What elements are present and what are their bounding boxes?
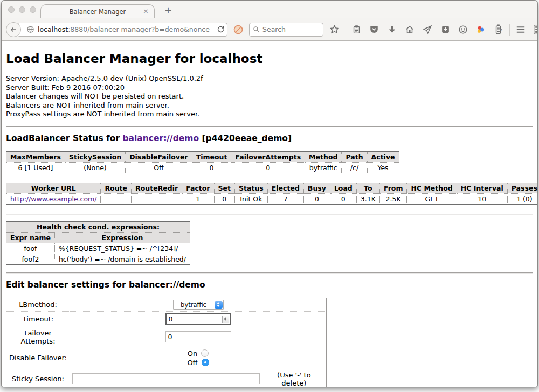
cell-expression: %{REQUEST_STATUS} =~ /^[234]/ xyxy=(54,243,190,254)
toolbar-divider xyxy=(345,24,345,36)
reload-icon[interactable] xyxy=(217,25,225,33)
col-timeout: Timeout xyxy=(192,151,231,162)
grid-icon xyxy=(533,24,538,35)
cell-elected: 7 xyxy=(267,193,303,204)
table-row: foof %{REQUEST_STATUS} =~ /^[234]/ xyxy=(6,243,190,254)
col-status: Status xyxy=(235,183,268,193)
menu-button[interactable] xyxy=(514,23,528,37)
cell-failoverattempts: 0 xyxy=(231,162,305,173)
extension-import-button[interactable] xyxy=(438,23,452,37)
tab-balancer-manager[interactable]: Balancer Manager × xyxy=(40,4,155,18)
select-stepper-icon xyxy=(215,301,223,309)
cell-hc-interval: 10 xyxy=(457,193,507,204)
tab-close-icon[interactable]: × xyxy=(143,7,149,15)
url-path: :8880/balancer-manager?b=demo&nonce=decc… xyxy=(68,25,210,33)
table-header-row: Worker URL Route RouteRedir Factor Set S… xyxy=(6,183,538,193)
number-spinner-icon[interactable] xyxy=(222,316,229,323)
url-text[interactable]: localhost:8880/balancer-manager?b=demo&n… xyxy=(38,25,210,33)
col-route: Route xyxy=(101,183,132,193)
col-stickysession: StickySession xyxy=(65,151,125,162)
balancer-demo-link[interactable]: balancer://demo xyxy=(122,134,199,143)
toolbar-divider-2 xyxy=(509,24,510,36)
block-icon xyxy=(233,24,244,35)
cell-active: Yes xyxy=(367,162,399,173)
chevron-down-icon: ▾ xyxy=(500,27,502,32)
sticky-session-label: Sticky Session: xyxy=(6,369,70,387)
url-bar[interactable]: localhost:8880/balancer-manager?b=demo&n… xyxy=(17,23,227,37)
table-title-row: Health check cond. expressions: xyxy=(6,221,190,232)
form-row-lbmethod: LBmethod: bytraffic xyxy=(6,298,327,311)
downloads-button[interactable] xyxy=(385,23,399,37)
navigation-toolbar: localhost:8880/balancer-manager?b=demo&n… xyxy=(2,18,537,41)
import-icon xyxy=(441,25,450,34)
failover-attempts-label: Failover Attempts: xyxy=(6,327,70,347)
sticky-session-input[interactable] xyxy=(72,373,260,384)
chat-icon xyxy=(458,25,468,34)
divider xyxy=(6,272,533,274)
reading-list-button[interactable] xyxy=(349,23,363,37)
pocket-icon xyxy=(369,25,379,34)
table-row: foof2 hc('body') =~ /domain is establish… xyxy=(6,254,190,264)
menu-icon xyxy=(515,25,526,34)
browser-window: Balancer Manager × + localhost:8880/bala… xyxy=(1,0,538,387)
col-busy: Busy xyxy=(303,183,330,193)
lbmethod-select[interactable]: bytraffic xyxy=(173,300,224,310)
content-blocker-button[interactable] xyxy=(231,23,245,37)
bookmark-star-button[interactable] xyxy=(327,23,341,37)
form-row-disable-failover: Disable Failover: On Off xyxy=(6,347,327,369)
cell-stickysession: (None) xyxy=(65,162,125,173)
search-bar[interactable] xyxy=(249,23,323,37)
cell-expression: hc('body') =~ /domain is established/ xyxy=(54,254,190,264)
sticky-session-note: (Use '-' to delete) xyxy=(264,371,324,387)
health-check-table: Health check cond. expressions: Expr nam… xyxy=(6,221,190,265)
status-heading-suffix: [p4420eeae_demo] xyxy=(199,134,292,143)
col-expr-name: Expr name xyxy=(6,232,55,243)
close-window-button[interactable] xyxy=(8,6,15,13)
server-version: Server Version: Apache/2.5.0-dev (Unix) … xyxy=(6,74,533,83)
cell-load: 0 xyxy=(330,193,356,204)
back-button[interactable] xyxy=(6,22,21,37)
minimize-window-button[interactable] xyxy=(19,6,25,13)
cell-method: bytraffic xyxy=(305,162,342,173)
screenshot-grid-button[interactable] xyxy=(531,23,538,37)
titlebar: Balancer Manager × + xyxy=(2,1,537,18)
lbmethod-selected-value: bytraffic xyxy=(174,301,214,309)
cell-expr-name: foof xyxy=(6,243,55,254)
colors-extension-button[interactable] xyxy=(474,23,488,37)
cell-expr-name: foof2 xyxy=(6,254,55,264)
new-tab-button[interactable]: + xyxy=(164,5,172,16)
worker-url-link[interactable]: http://www.example.com/ xyxy=(10,195,96,203)
cell-maxmembers: 6 [1 Used] xyxy=(6,162,65,173)
downloads-icon xyxy=(388,25,397,34)
home-button[interactable] xyxy=(403,23,417,37)
form-row-failover-attempts: Failover Attempts: xyxy=(6,327,327,347)
col-to: To xyxy=(356,183,379,193)
lbmethod-label: LBmethod: xyxy=(6,298,70,311)
proxypass-notice: ProxyPass settings are NOT inherited fro… xyxy=(6,110,533,119)
col-failoverattempts: FailoverAttempts xyxy=(231,151,305,162)
chat-button[interactable] xyxy=(456,23,470,37)
star-icon xyxy=(329,24,340,34)
server-info: Server Version: Apache/2.5.0-dev (Unix) … xyxy=(6,74,533,119)
page-content: Load Balancer Manager for localhost Serv… xyxy=(2,41,537,387)
timeout-input[interactable] xyxy=(169,315,222,323)
search-input[interactable] xyxy=(262,25,316,33)
cell-route xyxy=(101,193,132,204)
failover-attempts-input[interactable] xyxy=(165,331,231,342)
pocket-button[interactable] xyxy=(367,23,381,37)
col-from: From xyxy=(379,183,407,193)
cell-passes: 1 (0) xyxy=(507,193,537,204)
battery-extension-button[interactable]: ▾ xyxy=(492,23,506,37)
zoom-window-button[interactable] xyxy=(30,6,36,13)
globe-icon xyxy=(26,25,34,33)
disable-failover-on-radio[interactable] xyxy=(201,349,209,357)
col-method: Method xyxy=(305,151,342,162)
window-controls[interactable] xyxy=(8,6,36,13)
health-table-title: Health check cond. expressions: xyxy=(6,221,190,232)
balancer-status-table: MaxMembers StickySession DisableFailover… xyxy=(6,151,399,173)
col-elected: Elected xyxy=(267,183,303,193)
send-tab-button[interactable] xyxy=(420,23,434,37)
disable-failover-off-radio[interactable] xyxy=(202,359,209,366)
col-maxmembers: MaxMembers xyxy=(6,151,65,162)
col-set: Set xyxy=(214,183,234,193)
